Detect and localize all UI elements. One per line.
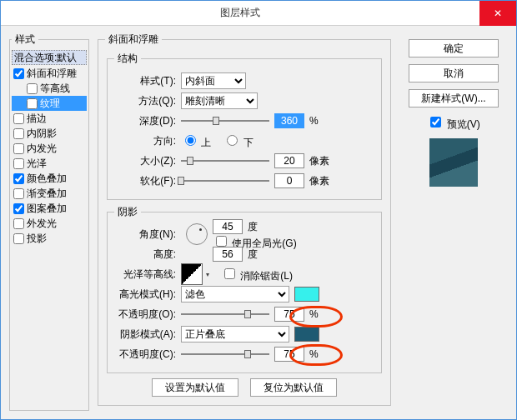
depth-label: 深度(D): — [114, 114, 181, 128]
angle-dial[interactable] — [186, 223, 208, 245]
size-slider[interactable] — [181, 154, 269, 168]
preview-swatch — [429, 138, 478, 187]
style-item[interactable]: 内发光 — [12, 141, 87, 156]
style-item-checkbox[interactable] — [13, 173, 24, 184]
style-item[interactable]: 内阴影 — [12, 126, 87, 141]
size-label: 大小(Z): — [114, 154, 181, 168]
new-style-button[interactable]: 新建样式(W)... — [409, 89, 499, 108]
ok-button[interactable]: 确定 — [409, 39, 499, 58]
hl-opacity-label: 不透明度(O): — [114, 308, 181, 322]
bevel-group: 斜面和浮雕 结构 样式(T): 内斜面 方法(Q): 雕刻清晰 深度(D): — [98, 32, 391, 406]
style-item-checkbox[interactable] — [13, 68, 24, 79]
shading-title: 阴影 — [114, 205, 141, 219]
style-item-checkbox[interactable] — [13, 158, 24, 169]
angle-label: 角度(N): — [114, 228, 181, 242]
hl-opacity-slider[interactable] — [181, 308, 269, 321]
px-label-2: 像素 — [304, 174, 329, 188]
style-item-checkbox[interactable] — [13, 143, 24, 154]
style-item-label: 描边 — [27, 112, 47, 126]
hl-mode-label: 高光模式(H): — [114, 288, 181, 302]
size-input[interactable] — [274, 153, 304, 168]
direction-label: 方向: — [114, 134, 181, 148]
styles-panel: 样式 混合选项:默认斜面和浮雕等高线纹理描边内阴影内发光光泽颜色叠加渐变叠加图案… — [9, 32, 89, 411]
style-item-label: 渐变叠加 — [27, 187, 67, 201]
sh-opacity-input[interactable] — [274, 347, 304, 362]
dir-down-radio[interactable]: 下 — [223, 132, 253, 150]
antialias-checkbox[interactable]: 消除锯齿(L) — [221, 266, 293, 283]
style-item-checkbox[interactable] — [13, 203, 24, 214]
style-item[interactable]: 外发光 — [12, 216, 87, 231]
close-button[interactable]: ✕ — [479, 1, 516, 26]
depth-input[interactable] — [274, 113, 304, 128]
style-item-checkbox[interactable] — [13, 218, 24, 229]
soften-label: 软化(F): — [114, 174, 181, 188]
sh-mode-select[interactable]: 正片叠底 — [181, 326, 289, 342]
style-item-label: 内阴影 — [27, 127, 57, 141]
style-item-label: 光泽 — [27, 157, 47, 171]
style-item[interactable]: 描边 — [12, 111, 87, 126]
style-item-label: 图案叠加 — [27, 202, 67, 216]
style-item-checkbox[interactable] — [13, 233, 24, 244]
gloss-contour-picker[interactable] — [181, 263, 203, 285]
styles-header: 样式 — [12, 32, 38, 47]
sh-opacity-slider[interactable] — [181, 348, 269, 361]
style-item[interactable]: 颜色叠加 — [12, 171, 87, 186]
layer-style-dialog: 图层样式 ✕ 样式 混合选项:默认斜面和浮雕等高线纹理描边内阴影内发光光泽颜色叠… — [0, 0, 517, 420]
px-label: 像素 — [304, 154, 329, 168]
style-item-label: 内发光 — [27, 142, 57, 156]
altitude-input[interactable] — [213, 247, 243, 262]
chevron-down-icon[interactable]: ▾ — [203, 271, 209, 278]
style-item-label: 纹理 — [40, 97, 60, 111]
style-item[interactable]: 投影 — [12, 231, 87, 246]
hl-opacity-input[interactable] — [274, 307, 304, 322]
style-item-label: 斜面和浮雕 — [27, 67, 77, 81]
style-item[interactable]: 光泽 — [12, 156, 87, 171]
close-icon: ✕ — [494, 8, 502, 19]
bevel-title: 斜面和浮雕 — [105, 32, 162, 47]
style-item-checkbox[interactable] — [13, 128, 24, 139]
structure-title: 结构 — [114, 52, 141, 66]
technique-label: 方法(Q): — [114, 94, 181, 108]
deg-label: 度 — [243, 220, 258, 234]
structure-group: 结构 样式(T): 内斜面 方法(Q): 雕刻清晰 深度(D): % — [107, 52, 382, 200]
deg-label-2: 度 — [243, 248, 258, 262]
right-panel: 确定 取消 新建样式(W)... 预览(V) — [398, 32, 509, 411]
technique-select[interactable]: 雕刻清晰 — [181, 92, 258, 109]
depth-slider[interactable] — [181, 114, 269, 128]
make-default-button[interactable]: 设置为默认值 — [152, 378, 238, 397]
angle-input[interactable] — [213, 219, 243, 234]
style-item[interactable]: 渐变叠加 — [12, 186, 87, 201]
pct-label: % — [304, 115, 319, 127]
sh-mode-label: 阴影模式(A): — [114, 328, 181, 342]
style-item-checkbox[interactable] — [13, 113, 24, 124]
style-item-checkbox[interactable] — [27, 98, 38, 109]
style-item[interactable]: 斜面和浮雕 — [12, 66, 87, 81]
cancel-button[interactable]: 取消 — [409, 64, 499, 82]
altitude-label: 高度: — [114, 248, 181, 262]
style-item-label: 等高线 — [40, 82, 70, 96]
style-item-label: 投影 — [27, 232, 47, 246]
titlebar: 图层样式 ✕ — [1, 1, 516, 26]
style-item-checkbox[interactable] — [13, 188, 24, 199]
sh-color-swatch[interactable] — [294, 327, 319, 342]
gloss-contour-label: 光泽等高线: — [114, 268, 181, 282]
style-select[interactable]: 内斜面 — [181, 72, 246, 89]
style-item-label: 外发光 — [27, 217, 57, 231]
hl-mode-select[interactable]: 滤色 — [181, 286, 289, 302]
dir-up-radio[interactable]: 上 — [181, 132, 211, 150]
soften-input[interactable] — [274, 173, 304, 188]
options-panel: 斜面和浮雕 结构 样式(T): 内斜面 方法(Q): 雕刻清晰 深度(D): — [96, 32, 393, 411]
reset-default-button[interactable]: 复位为默认值 — [250, 378, 337, 397]
style-item[interactable]: 等高线 — [12, 81, 87, 96]
hl-color-swatch[interactable] — [294, 287, 319, 302]
style-item-checkbox[interactable] — [27, 83, 38, 94]
style-item[interactable]: 纹理 — [12, 96, 87, 111]
soften-slider[interactable] — [181, 174, 269, 188]
style-item-label: 颜色叠加 — [27, 172, 67, 186]
style-label: 样式(T): — [114, 74, 181, 88]
window-title: 图层样式 — [1, 6, 479, 20]
style-item[interactable]: 图案叠加 — [12, 201, 87, 216]
shading-group: 阴影 角度(N): 度 使用全局光(G) — [107, 205, 382, 373]
preview-checkbox[interactable]: 预览(V) — [427, 114, 479, 132]
blend-options-row[interactable]: 混合选项:默认 — [12, 50, 87, 65]
